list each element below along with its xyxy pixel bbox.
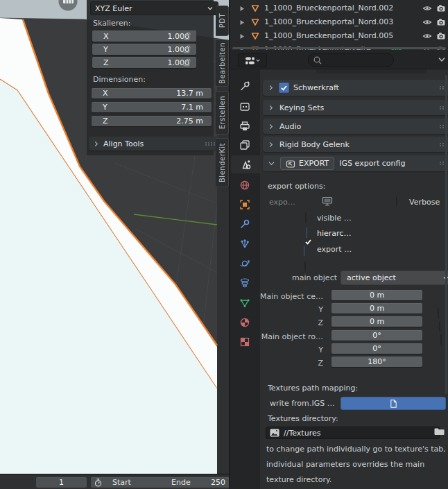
- object-name[interactable]: 1_1000_Brueckenportal_Nord.002: [264, 3, 393, 12]
- verbose-checkbox[interactable]: [396, 196, 397, 207]
- rotation-mode-value: XYZ Euler: [95, 4, 207, 13]
- panel-audio-header[interactable]: Audio: [263, 119, 448, 134]
- output-printer-icon: [239, 121, 250, 132]
- rotation-z-field[interactable]: 180°: [331, 357, 422, 367]
- panel-drag-grip[interactable]: [205, 141, 216, 146]
- blender-window: XYZ Euler Skalieren: X 1.000 Y 1.000: [0, 0, 448, 489]
- eye-icon[interactable]: [422, 17, 432, 27]
- camera-render-icon[interactable]: [436, 31, 446, 41]
- panel-keying-sets-header[interactable]: Keying Sets: [263, 100, 448, 115]
- center-z-value: 0 m: [370, 317, 384, 326]
- tab-modifier-properties[interactable]: [230, 215, 260, 233]
- chevron-right-icon: [93, 141, 99, 147]
- tab-view-layer-properties[interactable]: [230, 136, 260, 154]
- mesh-object-icon: [250, 3, 260, 13]
- align-tools-panel-header[interactable]: Align Tools: [89, 137, 220, 151]
- center-z-checkbox[interactable]: [440, 334, 442, 345]
- sidebar-tab-label: PDT: [218, 13, 226, 28]
- center-y-field[interactable]: 0 m: [331, 303, 422, 314]
- disclosure-triangle-icon[interactable]: [239, 33, 245, 40]
- sidebar-tab-erstellen[interactable]: Erstellen: [216, 91, 229, 135]
- rotation-y-field[interactable]: 0°: [331, 343, 422, 354]
- export-selection-checkbox[interactable]: [304, 261, 306, 272]
- axis-label: X: [103, 89, 108, 98]
- center-x-value: 0 m: [370, 291, 384, 300]
- dimensions-section-label: Dimensionen:: [93, 75, 146, 84]
- object-name[interactable]: 1_1000_Brueckenportal_Nord.003: [264, 17, 393, 26]
- camera-render-icon[interactable]: [436, 17, 446, 27]
- tab-world-properties[interactable]: [230, 176, 260, 194]
- search-input[interactable]: [308, 53, 394, 67]
- tab-physics-properties[interactable]: [230, 255, 260, 273]
- scale-x-field[interactable]: X 1.000: [92, 31, 196, 42]
- panel-igs-export-header[interactable]: EXPORT IGS export config: [263, 155, 448, 171]
- outliner-row[interactable]: 1_1000_Brueckenportal_Nord.005: [230, 29, 448, 43]
- chevron-right-icon: [268, 85, 274, 91]
- outliner-row[interactable]: 1_1000_Brueckenportal_Nord.002: [230, 1, 448, 15]
- gravity-checkbox[interactable]: [279, 83, 289, 93]
- main-object-dropdown[interactable]: active object: [341, 271, 448, 285]
- current-frame-field[interactable]: 1: [36, 477, 87, 488]
- chevron-right-icon: [268, 105, 274, 111]
- outliner-scrollbar[interactable]: [232, 47, 446, 49]
- export-button-label: EXPORT: [299, 159, 329, 168]
- eye-icon[interactable]: [422, 31, 432, 41]
- sidebar-tab-bearbeiten[interactable]: Bearbeiten: [216, 40, 229, 87]
- timeline-bar: 1 Start 1 Ende 250: [0, 474, 229, 489]
- chevron-down-icon: [255, 58, 261, 63]
- disclosure-triangle-icon[interactable]: [239, 6, 245, 12]
- write-from-igs-button[interactable]: [341, 397, 446, 410]
- panel-label: Schwerkraft: [293, 83, 339, 92]
- tab-render-properties[interactable]: [230, 98, 260, 116]
- folder-browse-button[interactable]: [433, 426, 445, 437]
- properties-scrollbar[interactable]: [445, 75, 447, 394]
- tab-output-properties[interactable]: [230, 117, 260, 135]
- scale-z-lock-icon[interactable]: [182, 58, 192, 67]
- center-x-field[interactable]: 0 m: [331, 290, 422, 300]
- center-y-checkbox[interactable]: [439, 321, 440, 332]
- export-button[interactable]: EXPORT: [280, 157, 334, 170]
- frame-end-field[interactable]: Ende 250: [164, 477, 232, 488]
- header-options-chevron[interactable]: [438, 56, 446, 63]
- scale-z-field[interactable]: Z 1.000: [92, 57, 196, 68]
- panel-rigid-body-header[interactable]: Rigid Body Gelenk: [263, 137, 448, 152]
- monitor-icon[interactable]: [322, 196, 333, 207]
- sidebar-tab-pdt[interactable]: PDT: [216, 6, 229, 36]
- file-icon: [388, 399, 398, 409]
- tab-object-properties[interactable]: [230, 196, 260, 214]
- textures-directory-input[interactable]: //Textures: [266, 427, 440, 439]
- axis-label: Y: [103, 45, 108, 54]
- current-frame-value: 1: [59, 478, 64, 487]
- center-y-value: 0 m: [370, 304, 384, 313]
- scale-y-lock-icon[interactable]: [182, 44, 192, 54]
- auto-keyframe-button[interactable]: [91, 477, 106, 488]
- scale-x-lock-icon[interactable]: [182, 31, 192, 41]
- camera-render-icon[interactable]: [436, 3, 446, 13]
- 3d-viewport[interactable]: XYZ Euler Skalieren: X 1.000 Y 1.000: [0, 0, 229, 474]
- axis-label: Y: [103, 103, 107, 112]
- dimension-x-field[interactable]: X 13.7 m: [92, 88, 212, 98]
- tab-particle-properties[interactable]: [230, 235, 260, 253]
- dimension-y-field[interactable]: Y 7.1 m: [92, 102, 212, 112]
- export-window-icon: [286, 159, 295, 169]
- object-name[interactable]: 1_1000_Brueckenportal_Nord.005: [264, 31, 393, 40]
- panel-gravity-header[interactable]: Schwerkraft: [263, 80, 448, 96]
- tab-constraint-properties[interactable]: [230, 274, 260, 292]
- particles-icon: [239, 239, 250, 250]
- tab-scene-properties[interactable]: [231, 155, 260, 173]
- outliner-row[interactable]: 1_1000_Brueckenportal_Nord.003: [230, 15, 448, 29]
- sidebar-tab-blenderkit[interactable]: BlenderKit: [216, 138, 229, 187]
- rotation-mode-dropdown[interactable]: XYZ Euler: [90, 1, 218, 15]
- rotation-label: Main object ro…: [243, 332, 323, 341]
- hierarchy-label: hierarc…: [317, 229, 351, 238]
- eye-icon[interactable]: [422, 3, 432, 13]
- dimension-z-field[interactable]: Z 2.75 m: [92, 116, 212, 126]
- scale-y-field[interactable]: Y 1.000: [92, 44, 196, 55]
- visible-checkbox[interactable]: [305, 212, 307, 223]
- center-x-checkbox[interactable]: [438, 308, 439, 318]
- editor-type-dropdown[interactable]: [238, 53, 267, 67]
- rotation-x-field[interactable]: 0°: [331, 330, 422, 341]
- tab-tool-properties[interactable]: [230, 77, 260, 95]
- disclosure-triangle-icon[interactable]: [239, 19, 245, 26]
- center-z-field[interactable]: 0 m: [331, 316, 422, 327]
